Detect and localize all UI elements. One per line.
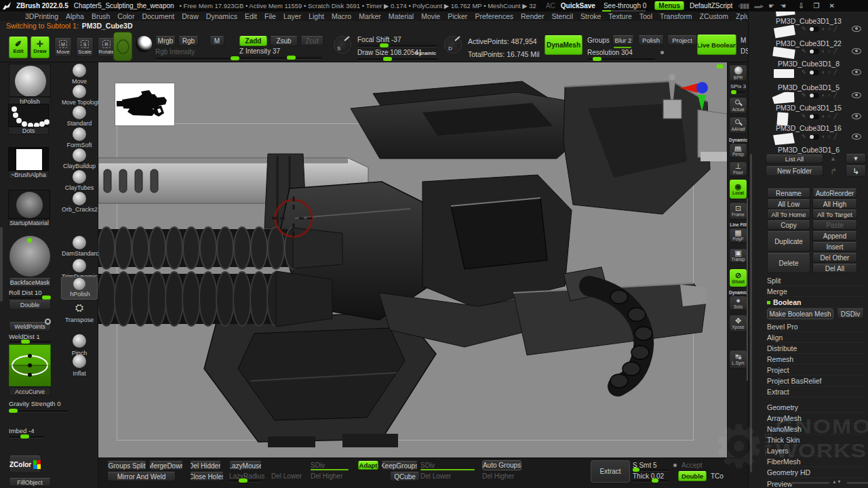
blur-mini-slider[interactable] [614,47,631,48]
adapt-button[interactable]: Adapt [358,461,378,470]
backface-mask-button[interactable]: BackfaceMask [9,278,51,287]
section-distribute[interactable]: Distribute [767,344,864,354]
menu-3dprinting[interactable]: 3DPrinting [25,12,58,20]
z-intensity-slider[interactable] [239,57,322,59]
floor-button[interactable]: ⊥ Floor [729,161,747,176]
brush-icon-move-topological[interactable] [73,85,86,98]
polypaint-toggle[interactable] [809,70,819,75]
subtool-name[interactable]: PM3D_Cube3D1_13 [749,17,868,25]
visibility-eye-icon[interactable] [852,26,861,32]
subtool-name[interactable]: PM3D_Cube3D1_15 [749,104,868,112]
new-folder-button[interactable]: New Folder [766,166,823,176]
list-all-button[interactable]: List All [766,155,823,163]
brush-icon-orb-cracks2[interactable] [73,192,86,205]
insert-button[interactable]: Insert [812,242,857,251]
half-visibility-icon[interactable]: ◐ [822,134,825,140]
stroke-preview-box[interactable] [8,104,49,127]
section-bevel-pro[interactable]: Bevel Pro [767,322,864,332]
thick-slider[interactable] [633,480,669,482]
brush-slash-icon[interactable]: ╱ [833,113,837,119]
mirror-and-weld-button[interactable]: Mirror And Weld [107,472,176,481]
gravity-strength-slider[interactable] [9,410,68,412]
default-zscript-button[interactable]: DefaultZScript [690,2,732,9]
folder-redo-icon[interactable]: ↱ [830,167,837,176]
rename-button[interactable]: Rename [767,188,810,198]
lazy-radius-slider[interactable] [229,480,262,482]
material-preview-box[interactable] [8,190,50,219]
section-project[interactable]: Project [767,365,864,375]
tray-resize-handle[interactable]: ▲▼ [791,481,868,485]
point-icon[interactable]: ○ [828,113,831,119]
brush-slash-icon[interactable]: ╱ [833,48,837,54]
half-visibility-icon[interactable]: ◐ [822,69,825,75]
resolution-slider[interactable] [587,58,655,60]
make-boolean-mesh-button[interactable]: Make Boolean Mesh [767,308,833,319]
m-button[interactable]: M [210,36,224,46]
menu-light[interactable]: Light [309,12,324,20]
menu-color[interactable]: Color [117,12,134,20]
subtool-down-button[interactable]: ▼ [846,154,866,163]
folder-moveout-button[interactable]: ↳ [846,165,866,177]
half-visibility-icon[interactable]: ◐ [822,113,825,119]
fill-object-button[interactable]: FillObject [9,478,51,487]
s-smt-slider[interactable] [633,469,669,471]
section-boolean[interactable]: Boolean [767,298,864,308]
section-geometry-hd[interactable]: Geometry HD [767,468,864,478]
brush-icon-claytubes[interactable] [73,170,86,184]
axis-gizmo[interactable] [675,77,715,115]
rgb-button[interactable]: Rgb [178,36,199,46]
depth-mask-icon[interactable]: D [444,36,462,54]
menu-zcustom[interactable]: ZCustom [699,12,728,20]
menu-movie[interactable]: Movie [421,12,440,20]
qcube-button[interactable]: QCube [390,472,420,481]
section-fibermesh[interactable]: FiberMesh [767,457,864,467]
auto-reorder-button[interactable]: AutoReorder [812,188,857,198]
brush-slash-icon[interactable]: ╱ [833,69,837,75]
subtool-name[interactable]: PM3D_Cube3D1_6 [749,146,868,154]
brush-icon-move[interactable] [73,64,86,77]
alpha-preview-box[interactable] [8,147,49,171]
subtool-up-button[interactable]: ▲ [830,155,836,162]
imbed-slider[interactable] [9,436,44,438]
merge-down-button[interactable]: MergeDown [149,461,183,470]
subtool-thumb[interactable] [773,133,795,145]
paint-icon[interactable]: ✎ [802,134,806,140]
all-to-home-button[interactable]: All To Home [767,209,810,219]
menu-dynamics[interactable]: Dynamics [206,12,237,20]
ghost-button[interactable]: ⊘ Ghost [729,268,747,287]
brush-icon-damstandard[interactable] [73,236,86,249]
actual-button[interactable]: Actual [729,97,747,114]
zadd-button[interactable]: Zadd [239,36,267,46]
hand-left-icon[interactable]: ☛ [768,2,774,9]
point-icon[interactable]: ○ [828,134,831,140]
local-button[interactable]: ◉ Local [729,179,747,199]
dsdiv-button[interactable]: DSDiv [837,308,864,319]
viewport-canvas[interactable] [98,62,727,458]
brush-icon-inflat[interactable] [73,354,86,368]
all-to-target-button[interactable]: All To Target [812,209,857,219]
rgb-intensity-slider[interactable] [155,58,239,60]
brush-slash-icon[interactable]: ╱ [833,26,837,32]
current-material-ball[interactable] [136,36,152,52]
project-button[interactable]: Project [667,35,697,45]
close-holes-button[interactable]: Close Holes [190,472,224,481]
brush-slash-icon[interactable]: ╱ [833,92,837,98]
groups-split-button[interactable]: Groups Split [107,461,146,470]
dynamesh-button[interactable]: DynaMesh [545,35,583,55]
zcut-button[interactable]: Zcut [300,36,323,46]
visibility-eye-icon[interactable] [852,134,861,140]
menu-brush[interactable]: Brush [92,12,110,20]
subtool-name[interactable]: PM3D_Cube3D1_8 [749,60,868,68]
visibility-eye-icon[interactable] [852,92,861,98]
visibility-eye-icon[interactable] [852,48,861,54]
lsym-button[interactable]: ↹ L.Sym [729,350,747,369]
section-align[interactable]: Align [767,333,864,343]
polypaint-toggle[interactable] [809,26,819,32]
subtool-name[interactable]: PM3D_Cube3D1_5 [749,83,868,92]
polypaint-toggle[interactable] [809,49,819,54]
material-ball-large[interactable] [9,236,50,277]
close-button[interactable]: ✕ [829,2,835,9]
spix-slider[interactable] [730,92,745,94]
menu-transform[interactable]: Transform [660,12,692,20]
subtool-thumb[interactable] [772,47,795,59]
